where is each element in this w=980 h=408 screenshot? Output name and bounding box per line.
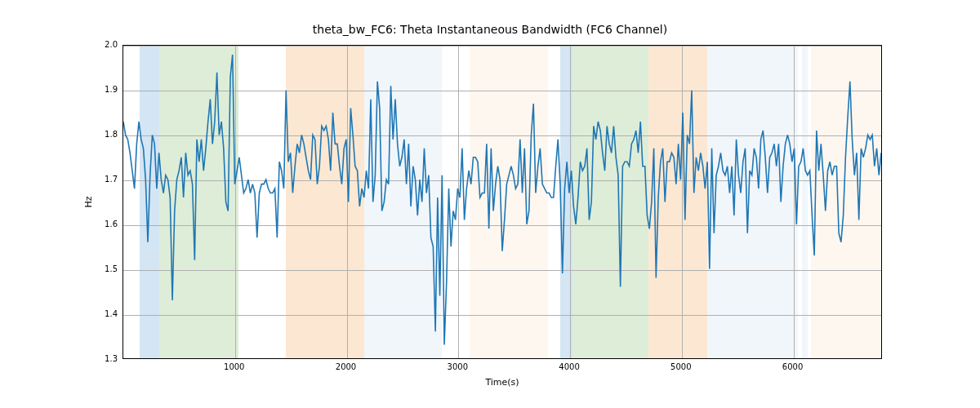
y-tick-label: 1.7	[85, 175, 118, 184]
y-tick-label: 1.8	[85, 130, 118, 139]
signal-line	[123, 46, 881, 358]
x-tick-label: 3000	[433, 362, 482, 371]
y-tick-label: 1.9	[85, 85, 118, 94]
y-tick-label: 1.5	[85, 264, 118, 273]
figure: theta_bw_FC6: Theta Instantaneous Bandwi…	[0, 0, 980, 408]
chart-title: theta_bw_FC6: Theta Instantaneous Bandwi…	[0, 23, 980, 36]
y-tick-label: 2.0	[85, 40, 118, 49]
y-tick-label: 1.4	[85, 309, 118, 318]
x-axis-label: Time(s)	[122, 377, 882, 388]
y-tick-label: 1.3	[85, 354, 118, 363]
x-tick-label: 2000	[322, 362, 371, 371]
x-tick-label: 1000	[210, 362, 259, 371]
x-tick-label: 6000	[768, 362, 817, 371]
plot-area	[122, 45, 882, 359]
y-tick-label: 1.6	[85, 220, 118, 228]
x-tick-label: 5000	[657, 362, 706, 371]
x-tick-label: 4000	[545, 362, 594, 371]
